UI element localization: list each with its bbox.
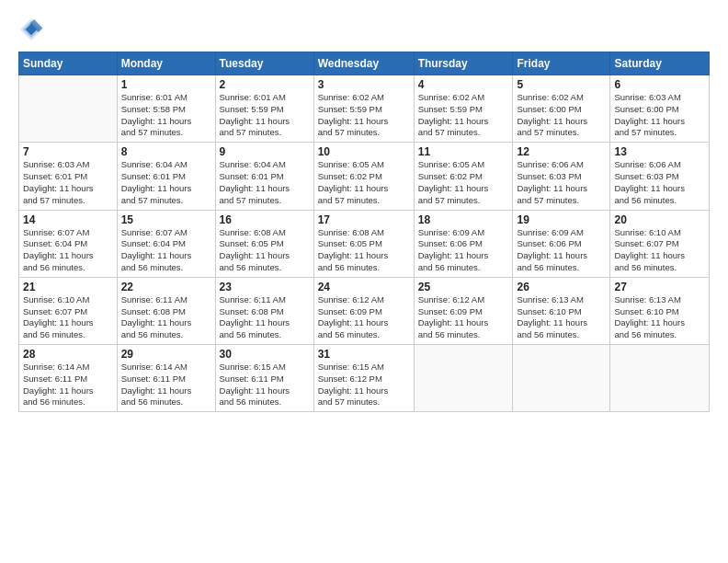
day-number: 16 [220,213,310,226]
day-number: 27 [614,281,705,293]
day-info: Sunrise: 6:12 AM Sunset: 6:09 PM Dayligh… [418,294,509,341]
day-number: 30 [220,348,310,361]
day-number: 8 [121,145,211,158]
day-number: 11 [418,145,509,158]
day-number: 19 [517,213,606,226]
calendar-cell: 17Sunrise: 6:08 AM Sunset: 6:05 PM Dayli… [313,210,414,277]
logo-icon [18,17,44,42]
calendar-cell: 7Sunrise: 6:03 AM Sunset: 6:01 PM Daylig… [19,143,118,210]
day-number: 10 [318,145,410,158]
day-number: 13 [614,145,705,158]
calendar-cell: 8Sunrise: 6:04 AM Sunset: 6:01 PM Daylig… [117,143,215,210]
calendar-cell: 1Sunrise: 6:01 AM Sunset: 5:58 PM Daylig… [117,75,215,143]
day-info: Sunrise: 6:15 AM Sunset: 6:12 PM Dayligh… [318,362,410,408]
day-number: 4 [418,78,509,91]
day-info: Sunrise: 6:03 AM Sunset: 6:01 PM Dayligh… [23,159,113,206]
calendar-cell: 25Sunrise: 6:12 AM Sunset: 6:09 PM Dayli… [414,277,513,344]
calendar-week-5: 28Sunrise: 6:14 AM Sunset: 6:11 PM Dayli… [19,345,710,412]
day-number: 5 [517,78,606,91]
calendar-cell: 28Sunrise: 6:14 AM Sunset: 6:11 PM Dayli… [19,345,118,412]
day-info: Sunrise: 6:07 AM Sunset: 6:04 PM Dayligh… [23,227,113,274]
day-info: Sunrise: 6:06 AM Sunset: 6:03 PM Dayligh… [614,159,705,206]
day-info: Sunrise: 6:09 AM Sunset: 6:06 PM Dayligh… [418,227,509,274]
day-info: Sunrise: 6:08 AM Sunset: 6:05 PM Dayligh… [318,227,410,274]
day-number: 3 [318,78,410,91]
calendar-cell [414,345,513,412]
day-number: 1 [121,78,211,91]
calendar-cell: 6Sunrise: 6:03 AM Sunset: 6:00 PM Daylig… [610,75,710,143]
day-info: Sunrise: 6:05 AM Sunset: 6:02 PM Dayligh… [418,159,509,206]
day-number: 20 [614,213,705,226]
day-number: 17 [318,213,410,226]
day-info: Sunrise: 6:13 AM Sunset: 6:10 PM Dayligh… [614,294,705,341]
day-info: Sunrise: 6:01 AM Sunset: 5:59 PM Dayligh… [220,92,310,139]
day-info: Sunrise: 6:13 AM Sunset: 6:10 PM Dayligh… [517,294,606,341]
calendar-cell: 4Sunrise: 6:02 AM Sunset: 5:59 PM Daylig… [414,75,513,143]
weekday-header-sunday: Sunday [19,52,118,75]
day-info: Sunrise: 6:01 AM Sunset: 5:58 PM Dayligh… [121,92,211,139]
calendar-cell: 27Sunrise: 6:13 AM Sunset: 6:10 PM Dayli… [610,277,710,344]
calendar-cell: 5Sunrise: 6:02 AM Sunset: 6:00 PM Daylig… [513,75,610,143]
calendar-cell: 9Sunrise: 6:04 AM Sunset: 6:01 PM Daylig… [215,143,313,210]
calendar-cell: 24Sunrise: 6:12 AM Sunset: 6:09 PM Dayli… [313,277,414,344]
day-info: Sunrise: 6:10 AM Sunset: 6:07 PM Dayligh… [614,227,705,274]
calendar-cell: 19Sunrise: 6:09 AM Sunset: 6:06 PM Dayli… [513,210,610,277]
calendar-cell [19,75,118,143]
day-number: 26 [517,281,606,293]
calendar-cell: 14Sunrise: 6:07 AM Sunset: 6:04 PM Dayli… [19,210,118,277]
day-info: Sunrise: 6:11 AM Sunset: 6:08 PM Dayligh… [121,294,211,341]
calendar-cell [513,345,610,412]
calendar-week-1: 1Sunrise: 6:01 AM Sunset: 5:58 PM Daylig… [19,75,710,143]
calendar-week-4: 21Sunrise: 6:10 AM Sunset: 6:07 PM Dayli… [19,277,710,344]
day-info: Sunrise: 6:12 AM Sunset: 6:09 PM Dayligh… [318,294,410,341]
calendar-cell: 23Sunrise: 6:11 AM Sunset: 6:08 PM Dayli… [215,277,313,344]
day-info: Sunrise: 6:04 AM Sunset: 6:01 PM Dayligh… [220,159,310,206]
day-number: 23 [220,281,310,293]
calendar-cell: 18Sunrise: 6:09 AM Sunset: 6:06 PM Dayli… [414,210,513,277]
weekday-header-saturday: Saturday [610,52,710,75]
day-info: Sunrise: 6:07 AM Sunset: 6:04 PM Dayligh… [121,227,211,274]
calendar-table: SundayMondayTuesdayWednesdayThursdayFrid… [18,52,710,412]
calendar-cell: 12Sunrise: 6:06 AM Sunset: 6:03 PM Dayli… [513,143,610,210]
day-number: 9 [220,145,310,158]
day-number: 7 [23,145,113,158]
day-number: 18 [418,213,509,226]
day-info: Sunrise: 6:14 AM Sunset: 6:11 PM Dayligh… [121,362,211,408]
day-number: 24 [318,281,410,293]
weekday-header-tuesday: Tuesday [215,52,313,75]
calendar-cell: 15Sunrise: 6:07 AM Sunset: 6:04 PM Dayli… [117,210,215,277]
page: SundayMondayTuesdayWednesdayThursdayFrid… [0,0,728,563]
calendar-week-2: 7Sunrise: 6:03 AM Sunset: 6:01 PM Daylig… [19,143,710,210]
day-number: 21 [23,281,113,293]
day-info: Sunrise: 6:11 AM Sunset: 6:08 PM Dayligh… [220,294,310,341]
weekday-header-friday: Friday [513,52,610,75]
day-number: 29 [121,348,211,361]
day-info: Sunrise: 6:06 AM Sunset: 6:03 PM Dayligh… [517,159,606,206]
logo [18,17,48,42]
calendar-cell: 21Sunrise: 6:10 AM Sunset: 6:07 PM Dayli… [19,277,118,344]
day-info: Sunrise: 6:02 AM Sunset: 6:00 PM Dayligh… [517,92,606,139]
calendar-cell: 30Sunrise: 6:15 AM Sunset: 6:11 PM Dayli… [215,345,313,412]
header [18,17,710,42]
day-number: 2 [220,78,310,91]
day-number: 15 [121,213,211,226]
calendar-cell: 10Sunrise: 6:05 AM Sunset: 6:02 PM Dayli… [313,143,414,210]
calendar-cell: 13Sunrise: 6:06 AM Sunset: 6:03 PM Dayli… [610,143,710,210]
day-number: 14 [23,213,113,226]
calendar-week-3: 14Sunrise: 6:07 AM Sunset: 6:04 PM Dayli… [19,210,710,277]
weekday-header-thursday: Thursday [414,52,513,75]
day-info: Sunrise: 6:15 AM Sunset: 6:11 PM Dayligh… [220,362,310,408]
day-number: 6 [614,78,705,91]
day-info: Sunrise: 6:04 AM Sunset: 6:01 PM Dayligh… [121,159,211,206]
day-number: 28 [23,348,113,361]
calendar-cell: 20Sunrise: 6:10 AM Sunset: 6:07 PM Dayli… [610,210,710,277]
calendar-cell: 3Sunrise: 6:02 AM Sunset: 5:59 PM Daylig… [313,75,414,143]
day-info: Sunrise: 6:05 AM Sunset: 6:02 PM Dayligh… [318,159,410,206]
calendar-cell: 2Sunrise: 6:01 AM Sunset: 5:59 PM Daylig… [215,75,313,143]
day-info: Sunrise: 6:03 AM Sunset: 6:00 PM Dayligh… [614,92,705,139]
calendar-cell: 11Sunrise: 6:05 AM Sunset: 6:02 PM Dayli… [414,143,513,210]
weekday-header-monday: Monday [117,52,215,75]
day-info: Sunrise: 6:10 AM Sunset: 6:07 PM Dayligh… [23,294,113,341]
day-info: Sunrise: 6:02 AM Sunset: 5:59 PM Dayligh… [318,92,410,139]
calendar-cell: 22Sunrise: 6:11 AM Sunset: 6:08 PM Dayli… [117,277,215,344]
